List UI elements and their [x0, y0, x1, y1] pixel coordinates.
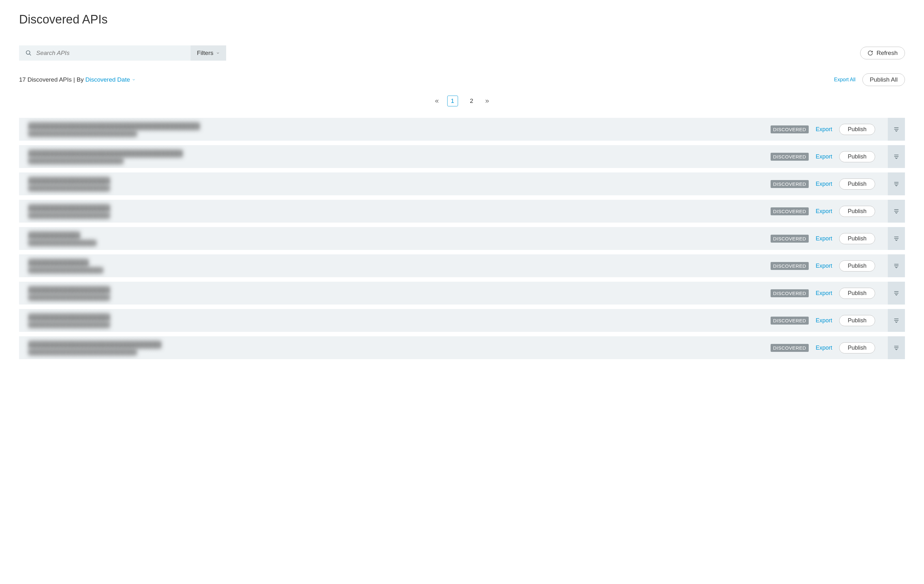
api-info[interactable]: ████████████████████████████████████████…	[19, 336, 771, 359]
search-input[interactable]	[36, 49, 184, 56]
refresh-label: Refresh	[876, 49, 898, 56]
api-title: ████████████████████████████████████████	[28, 122, 761, 130]
api-subtitle: ████████████████████████████████	[28, 131, 761, 136]
menu-icon	[893, 235, 899, 242]
export-link[interactable]: Export	[816, 181, 832, 187]
api-actions: DISCOVEREDExportPublish	[771, 200, 905, 223]
refresh-icon	[868, 50, 873, 56]
publish-button[interactable]: Publish	[839, 261, 875, 272]
api-actions: DISCOVEREDExportPublish	[771, 336, 905, 359]
search-wrapper	[19, 45, 191, 61]
publish-all-label: Publish All	[870, 76, 898, 83]
api-row: ████████████████████████████████████████…	[19, 336, 905, 359]
api-row: ████████████████████████████████████████…	[19, 309, 905, 332]
pagination-last[interactable]: »	[485, 97, 489, 105]
api-info[interactable]: ████████████████████████████████████████…	[19, 118, 771, 141]
status-badge: DISCOVERED	[771, 235, 809, 243]
api-info[interactable]: ████████████████████████████████████████…	[19, 200, 771, 223]
api-subtitle: ████████████████████████████	[28, 158, 761, 163]
export-link[interactable]: Export	[816, 290, 832, 297]
status-badge: DISCOVERED	[771, 289, 809, 297]
chevron-down-icon	[216, 51, 220, 55]
filters-button[interactable]: Filters	[191, 45, 226, 61]
publish-button[interactable]: Publish	[839, 206, 875, 217]
publish-all-button[interactable]: Publish All	[862, 73, 905, 86]
pagination-page-2[interactable]: 2	[466, 96, 477, 106]
sort-prefix: By	[76, 76, 84, 83]
menu-icon	[893, 345, 899, 351]
page-title: Discovered APIs	[19, 13, 905, 26]
api-info[interactable]: ████████████████████████████████████████…	[19, 145, 771, 168]
chevron-down-icon	[132, 78, 135, 82]
api-row: ████████████████████████████████DISCOVER…	[19, 227, 905, 250]
api-actions: DISCOVEREDExportPublish	[771, 172, 905, 195]
publish-button[interactable]: Publish	[839, 178, 875, 190]
sort-dropdown[interactable]: Discovered Date	[86, 76, 135, 83]
menu-icon	[893, 317, 899, 323]
api-subtitle: ████████████████████████████████	[28, 349, 761, 355]
row-menu-button[interactable]	[888, 282, 905, 305]
status-badge: DISCOVERED	[771, 317, 809, 325]
api-subtitle: ████████████████████████	[28, 322, 761, 327]
api-actions: DISCOVEREDExportPublish	[771, 227, 905, 250]
api-actions: DISCOVEREDExportPublish	[771, 282, 905, 305]
row-menu-button[interactable]	[888, 254, 905, 277]
api-row: ████████████████████████████████████DISC…	[19, 254, 905, 277]
api-actions: DISCOVEREDExportPublish	[771, 118, 905, 141]
row-menu-button[interactable]	[888, 336, 905, 359]
api-info[interactable]: ████████████████████████████████████████…	[19, 282, 771, 305]
export-link[interactable]: Export	[816, 153, 832, 160]
row-menu-button[interactable]	[888, 200, 905, 223]
api-title: ███████████████████	[28, 205, 761, 211]
status-badge: DISCOVERED	[771, 153, 809, 161]
export-link[interactable]: Export	[816, 262, 832, 269]
pagination-first[interactable]: «	[435, 97, 439, 105]
export-link[interactable]: Export	[816, 235, 832, 242]
menu-icon	[893, 290, 899, 296]
api-title: ███████████████████	[28, 287, 761, 294]
row-menu-button[interactable]	[888, 309, 905, 332]
api-subtitle: ██████████████████████	[28, 267, 761, 273]
api-title: ████████████	[28, 232, 761, 239]
api-info[interactable]: ████████████████████████████████████████…	[19, 172, 771, 195]
api-title: ███████████████████	[28, 177, 761, 184]
menu-icon	[893, 262, 899, 269]
api-title: ███████████████████	[28, 314, 761, 321]
menu-icon	[893, 153, 899, 160]
api-list: ████████████████████████████████████████…	[19, 118, 905, 359]
api-row: ████████████████████████████████████████…	[19, 118, 905, 141]
api-info[interactable]: ████████████████████████████████████████…	[19, 309, 771, 332]
export-link[interactable]: Export	[816, 208, 832, 214]
refresh-button[interactable]: Refresh	[860, 47, 905, 59]
status-badge: DISCOVERED	[771, 125, 809, 134]
publish-button[interactable]: Publish	[839, 288, 875, 299]
svg-line-1	[30, 54, 31, 56]
publish-button[interactable]: Publish	[839, 315, 875, 326]
publish-button[interactable]: Publish	[839, 342, 875, 353]
api-info[interactable]: ████████████████████████████████	[19, 227, 771, 250]
menu-icon	[893, 126, 899, 132]
meta-row: 17 Discovered APIs | By Discovered Date …	[19, 73, 905, 86]
api-title: ████████████████████████████████████	[28, 150, 761, 157]
pagination-page-1[interactable]: 1	[447, 96, 458, 106]
status-badge: DISCOVERED	[771, 180, 809, 188]
api-actions: DISCOVEREDExportPublish	[771, 145, 905, 168]
api-info[interactable]: ████████████████████████████████████	[19, 254, 771, 277]
export-all-link[interactable]: Export All	[834, 77, 856, 82]
row-menu-button[interactable]	[888, 227, 905, 250]
status-badge: DISCOVERED	[771, 207, 809, 215]
export-link[interactable]: Export	[816, 317, 832, 324]
row-menu-button[interactable]	[888, 145, 905, 168]
export-link[interactable]: Export	[816, 126, 832, 133]
export-link[interactable]: Export	[816, 345, 832, 351]
api-subtitle: ████████████████████	[28, 240, 761, 246]
publish-button[interactable]: Publish	[839, 151, 875, 162]
publish-button[interactable]: Publish	[839, 233, 875, 244]
publish-button[interactable]: Publish	[839, 124, 875, 135]
row-menu-button[interactable]	[888, 118, 905, 141]
api-actions: DISCOVEREDExportPublish	[771, 309, 905, 332]
filters-label: Filters	[197, 49, 213, 56]
row-menu-button[interactable]	[888, 172, 905, 195]
toolbar: Filters Refresh	[19, 45, 905, 61]
status-badge: DISCOVERED	[771, 262, 809, 270]
